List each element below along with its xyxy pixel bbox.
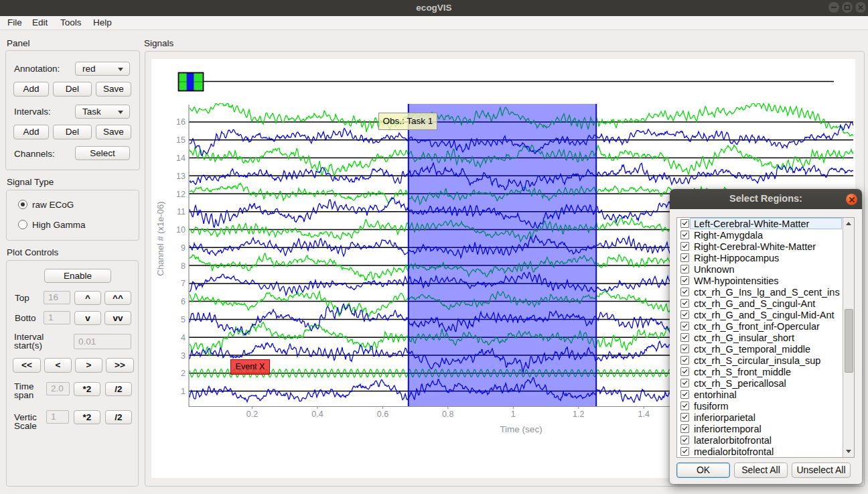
svg-text:3: 3 <box>181 351 186 361</box>
svg-text:1: 1 <box>181 387 186 396</box>
svg-text:0.6: 0.6 <box>377 410 388 419</box>
svg-text:0.2: 0.2 <box>246 410 258 419</box>
svg-text:9: 9 <box>181 243 186 253</box>
svg-text:4: 4 <box>181 333 186 343</box>
svg-text:13: 13 <box>176 172 186 181</box>
svg-text:11: 11 <box>177 207 186 217</box>
svg-text:12: 12 <box>176 190 186 199</box>
svg-text:0.4: 0.4 <box>311 410 323 419</box>
svg-text:14: 14 <box>176 153 186 163</box>
svg-text:0.8: 0.8 <box>442 410 453 419</box>
svg-text:10: 10 <box>176 225 186 235</box>
svg-text:8: 8 <box>181 261 186 271</box>
svg-text:Time (sec): Time (sec) <box>500 424 542 434</box>
svg-text:6: 6 <box>181 297 186 306</box>
svg-text:7: 7 <box>181 279 186 288</box>
svg-text:2: 2 <box>181 369 186 378</box>
svg-text:15: 15 <box>176 135 186 145</box>
svg-text:16: 16 <box>176 117 186 127</box>
svg-text:5: 5 <box>181 315 186 324</box>
svg-text:1.4: 1.4 <box>638 410 650 419</box>
svg-text:1: 1 <box>511 410 516 419</box>
svg-text:Channel # (x1e-06): Channel # (x1e-06) <box>155 201 165 275</box>
svg-text:1.2: 1.2 <box>573 410 584 419</box>
